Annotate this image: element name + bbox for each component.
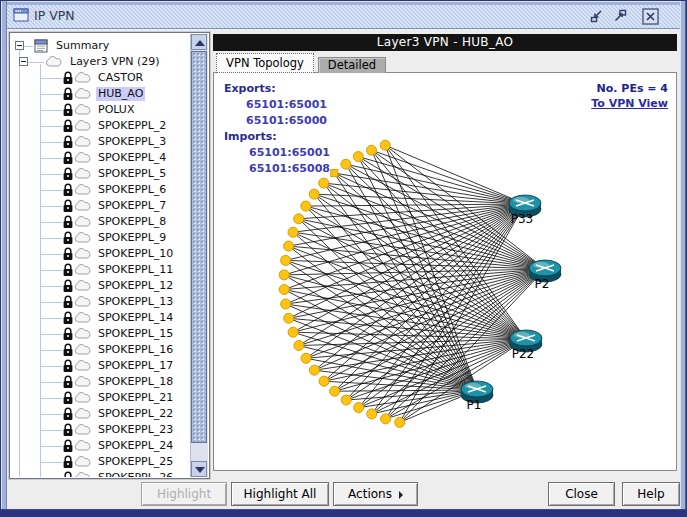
scrollbar-thumb[interactable]: [191, 51, 207, 443]
arrow-up-icon: [195, 40, 205, 46]
ce-node[interactable]: [331, 170, 338, 177]
ce-node[interactable]: [367, 409, 377, 419]
ce-node[interactable]: [319, 178, 329, 188]
tree-item-spokeppl_12[interactable]: SPOKEPPL_12: [11, 278, 190, 294]
highlight-button[interactable]: Highlight: [141, 482, 227, 506]
tree-item-spokeppl_14[interactable]: SPOKEPPL_14: [11, 310, 190, 326]
tree-item-spokeppl_16[interactable]: SPOKEPPL_16: [11, 342, 190, 358]
pe-count: No. PEs = 4: [591, 82, 668, 95]
topology-edge: [324, 183, 526, 339]
highlight-all-button[interactable]: Highlight All: [231, 482, 329, 506]
tree-item-spokeppl_4[interactable]: SPOKEPPL_4: [11, 150, 190, 166]
actions-button[interactable]: Actions: [333, 482, 418, 506]
tree-item-castor[interactable]: CASTOR: [11, 70, 190, 86]
vpn-cloud-icon: [73, 279, 92, 295]
pe-router-p22[interactable]: P22: [510, 330, 542, 361]
ce-node[interactable]: [309, 365, 319, 375]
tree-item-spokeppl_17[interactable]: SPOKEPPL_17: [11, 358, 190, 374]
tree-item-spokeppl_21[interactable]: SPOKEPPL_21: [11, 390, 190, 406]
arrow-down-icon: [195, 467, 205, 473]
ce-node[interactable]: [319, 376, 329, 386]
vpn-cloud-icon: [73, 167, 92, 183]
tree-item-summary[interactable]: Summary: [11, 38, 190, 54]
ce-node[interactable]: [288, 327, 298, 337]
ce-node[interactable]: [341, 395, 351, 405]
tree-item-spokeppl_9[interactable]: SPOKEPPL_9: [11, 230, 190, 246]
to-vpn-view-link[interactable]: To VPN View: [591, 97, 668, 110]
tree-item-spokeppl_25[interactable]: SPOKEPPL_25: [11, 454, 190, 470]
tree-connector: [40, 110, 62, 111]
close-button-titlebar[interactable]: [642, 8, 659, 25]
tree-item-spokeppl_3[interactable]: SPOKEPPL_3: [11, 134, 190, 150]
ce-node[interactable]: [281, 255, 291, 265]
window-frame-right: [680, 1, 686, 516]
tree-item-spokeppl_15[interactable]: SPOKEPPL_15: [11, 326, 190, 342]
ce-node[interactable]: [380, 140, 390, 150]
window-icon: [13, 8, 29, 27]
ce-node[interactable]: [309, 189, 319, 199]
tree-item-hub_ao[interactable]: HUB_AO: [11, 86, 190, 102]
ce-node[interactable]: [354, 403, 364, 413]
title-bar[interactable]: IP VPN: [6, 4, 681, 29]
ce-node[interactable]: [301, 201, 311, 211]
ce-node[interactable]: [367, 145, 377, 155]
ce-node[interactable]: [341, 159, 351, 169]
tree-item-spokeppl_8[interactable]: SPOKEPPL_8: [11, 214, 190, 230]
pe-router-p2[interactable]: P2: [529, 260, 561, 291]
tree-connector: [40, 206, 62, 207]
maximize-button[interactable]: [611, 8, 628, 25]
tree-item-spokeppl_23[interactable]: SPOKEPPL_23: [11, 422, 190, 438]
vpn-cloud-icon: [73, 215, 92, 231]
tree-item-layer3 vpn (29)[interactable]: Layer3 VPN (29): [11, 54, 190, 70]
tree-item-spokeppl_26[interactable]: SPOKEPPL_26: [11, 470, 190, 477]
vpn-cloud-icon: [73, 231, 92, 247]
tree-item-spokeppl_7[interactable]: SPOKEPPL_7: [11, 198, 190, 214]
tree-item-spokeppl_13[interactable]: SPOKEPPL_13: [11, 294, 190, 310]
pe-router-p1[interactable]: P1: [461, 381, 493, 412]
ce-node[interactable]: [279, 270, 289, 280]
tree-item-spokeppl_24[interactable]: SPOKEPPL_24: [11, 438, 190, 454]
tree-item-spokeppl_18[interactable]: SPOKEPPL_18: [11, 374, 190, 390]
ce-node[interactable]: [395, 417, 405, 427]
vpn-cloud-icon: [73, 359, 92, 375]
tab-detailed[interactable]: Detailed: [318, 57, 386, 73]
ce-node[interactable]: [294, 214, 304, 224]
tree-item-polux[interactable]: POLUX: [11, 102, 190, 118]
tree-item-spokeppl_6[interactable]: SPOKEPPL_6: [11, 182, 190, 198]
tab-vpn-topology[interactable]: VPN Topology: [216, 53, 314, 73]
ce-node[interactable]: [284, 241, 294, 251]
tree-item-label: SPOKEPPL_26: [96, 471, 175, 477]
pe-router-p33[interactable]: P33: [509, 195, 541, 226]
tree-scrollbar[interactable]: [190, 34, 208, 477]
close-button[interactable]: Close: [548, 482, 615, 506]
tree-item-spokeppl_22[interactable]: SPOKEPPL_22: [11, 406, 190, 422]
ce-node[interactable]: [353, 152, 363, 162]
tree-item-spokeppl_2[interactable]: SPOKEPPL_2: [11, 118, 190, 134]
topology-edge: [359, 390, 477, 408]
ce-node[interactable]: [381, 414, 391, 424]
tree-item-label: CASTOR: [96, 71, 145, 85]
tree-connector: [40, 462, 62, 463]
ce-node[interactable]: [288, 227, 298, 237]
tree-item-spokeppl_5[interactable]: SPOKEPPL_5: [11, 166, 190, 182]
tree-item-spokeppl_10[interactable]: SPOKEPPL_10: [11, 246, 190, 262]
ce-node[interactable]: [281, 299, 291, 309]
scroll-down-button[interactable]: [191, 461, 207, 477]
tree-connector: [27, 62, 44, 63]
vpn-cloud-icon: [73, 391, 92, 407]
export-value: 65101:65001: [246, 97, 330, 113]
tree-expander-icon[interactable]: [19, 57, 28, 66]
help-button[interactable]: Help: [622, 482, 680, 506]
tree-expander-icon[interactable]: [15, 41, 24, 50]
tree-item-label: SPOKEPPL_4: [96, 151, 168, 165]
iconify-button[interactable]: [588, 8, 605, 25]
ce-node[interactable]: [294, 341, 304, 351]
ce-node[interactable]: [279, 285, 289, 295]
tree-item-spokeppl_11[interactable]: SPOKEPPL_11: [11, 262, 190, 278]
tree-item-label: SPOKEPPL_25: [96, 455, 175, 469]
ce-node[interactable]: [330, 386, 340, 396]
vpn-cloud-icon: [73, 295, 92, 311]
ce-node[interactable]: [284, 313, 294, 323]
ce-node[interactable]: [301, 353, 311, 363]
scroll-up-button[interactable]: [191, 34, 207, 50]
